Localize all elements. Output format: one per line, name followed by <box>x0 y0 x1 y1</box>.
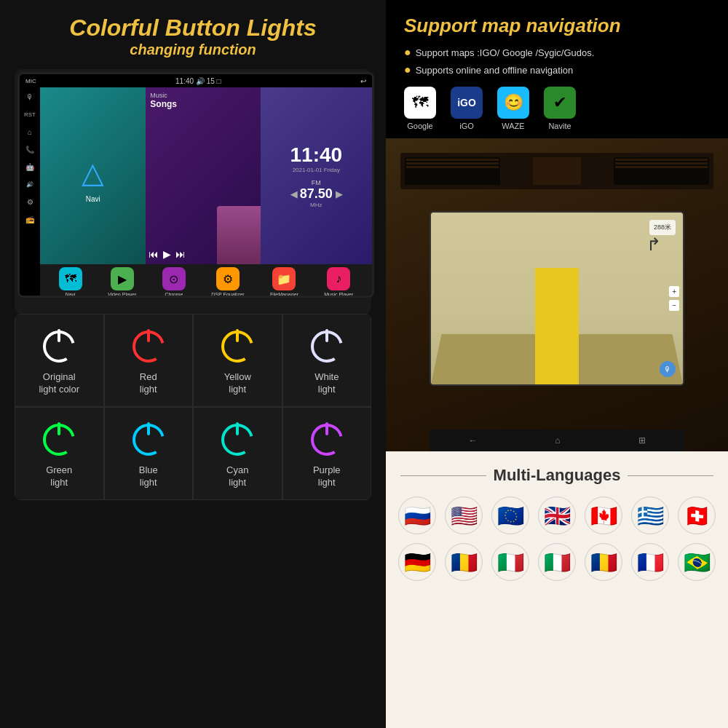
flag-ru: 🇷🇺 <box>398 496 436 534</box>
car-dashboard-bg: 288米 ↱ + − 🎙 ← ⌂ ⊞ <box>386 138 728 451</box>
languages-section: Multi-Languages 🇷🇺 🇺🇸 🇪🇺 🇬🇧 🇨🇦 🇬🇷 🇨🇭 🇩🇪 … <box>386 451 728 728</box>
app-music[interactable]: ♪ Music Player <box>324 267 353 297</box>
app-chrome[interactable]: ⊙ Chrome <box>162 267 186 297</box>
light-btn-green[interactable]: Greenlight <box>15 407 104 500</box>
music-widget: Music Songs ⏮ ▶ ⏭ <box>146 87 260 264</box>
navite-label: Navite <box>548 122 571 130</box>
music-controls: ⏮ ▶ ⏭ <box>149 248 186 260</box>
flag-eu: 🇪🇺 <box>491 496 529 534</box>
flags-row-2: 🇩🇪 🇷🇴 🇮🇹 🇮🇹 🇷🇴 🇫🇷 🇧🇷 <box>398 543 716 581</box>
radio-sidebar: 🎙 RST ⌂ 📞 🤖 🔊 ⚙ 📻 <box>20 87 40 298</box>
light-btn-purple[interactable]: Purplelight <box>282 407 372 500</box>
app-music-icon: ♪ <box>327 267 350 290</box>
sidebar-settings-icon[interactable]: ⚙ <box>23 195 36 208</box>
map-controls: + − <box>669 286 679 311</box>
play-icon[interactable]: ▶ <box>163 248 171 260</box>
fm-frequency: 87.50 <box>300 186 333 202</box>
power-icon-cyan <box>218 421 256 459</box>
vent-center-control <box>533 157 580 185</box>
map-zoom-out[interactable]: − <box>669 300 679 311</box>
flag-ca: 🇨🇦 <box>585 496 622 534</box>
music-label: Music <box>150 92 167 99</box>
nav-app-navite[interactable]: ✔ Navite <box>544 87 576 130</box>
vent-line2 <box>615 166 708 168</box>
light-label-blue: Bluelight <box>139 464 158 489</box>
power-icon-red <box>130 328 167 365</box>
in-car-screen: 288米 ↱ + − 🎙 <box>430 211 684 386</box>
radio-outer: MIC 11:40 🔊 15 □ ↩ 🎙 RST ⌂ 📞 🤖 🔊 ⚙ 📻 <box>15 69 371 314</box>
power-icon-green <box>40 421 78 459</box>
vent-line <box>406 162 499 165</box>
igo-label: iGO <box>459 122 474 130</box>
status-right: ↩ <box>360 77 366 85</box>
nav-bullet-2-text: Supports online and offline navigation <box>416 65 574 76</box>
flag-ro2: 🇷🇴 <box>585 543 622 581</box>
map-info-box: 288米 <box>649 220 676 235</box>
sidebar-android-icon[interactable]: 🤖 <box>23 160 36 173</box>
nav-section-title: Support map navigation <box>404 15 710 37</box>
radio-main: 🎙 RST ⌂ 📞 🤖 🔊 ⚙ 📻 △ Navi <box>20 87 372 298</box>
title-section: Colorful Button Lights changing function <box>15 15 371 58</box>
nav-app-waze[interactable]: 😊 WAZE <box>497 87 529 130</box>
sidebar-phone-icon[interactable]: 📞 <box>23 143 36 156</box>
light-btn-yellow[interactable]: Yellowlight <box>193 314 282 407</box>
vent-1 <box>405 157 500 185</box>
prev-icon[interactable]: ⏮ <box>149 248 159 260</box>
map-zoom-in[interactable]: + <box>669 286 679 297</box>
cs-home[interactable]: ⌂ <box>555 435 560 446</box>
app-music-label: Music Player <box>324 292 353 297</box>
app-video[interactable]: ▶ Video Player <box>108 267 137 297</box>
fm-right-arrow[interactable]: ▶ <box>336 189 342 199</box>
app-file-icon: 📁 <box>272 267 296 290</box>
fm-freq-row: ◀ 87.50 ▶ <box>290 186 342 202</box>
flag-it2: 🇮🇹 <box>538 543 576 581</box>
lights-section: Originallight color Redlight Yellowlight… <box>15 314 371 500</box>
flag-de: 🇩🇪 <box>398 543 436 581</box>
sidebar-home-icon[interactable]: ⌂ <box>23 125 36 138</box>
light-label-red: Redlight <box>140 371 157 396</box>
app-filemanager[interactable]: 📁 FileManager <box>270 267 298 297</box>
music-title: Songs <box>150 99 177 109</box>
right-panel: 288米 ↱ + − 🎙 ← ⌂ ⊞ Support map navigatio… <box>386 0 728 728</box>
sidebar-vol-icon[interactable]: 🔊 <box>23 178 36 191</box>
light-label-green: Greenlight <box>46 464 72 489</box>
waze-label: WAZE <box>502 122 524 130</box>
vent-line2 <box>615 162 708 165</box>
cs-back[interactable]: ← <box>468 435 477 446</box>
app-navi-icon: 🗺 <box>59 267 82 290</box>
navi-label: Navi <box>86 195 100 203</box>
lang-title-row: Multi-Languages <box>400 466 713 485</box>
light-btn-white[interactable]: Whitelight <box>282 314 372 407</box>
light-btn-blue[interactable]: Bluelight <box>104 407 194 500</box>
nav-bullet-2: ● Supports online and offline navigation <box>404 63 710 76</box>
fm-section: FM ◀ 87.50 ▶ MHz <box>290 179 342 208</box>
light-label-original: Originallight color <box>39 371 79 396</box>
cs-apps[interactable]: ⊞ <box>638 435 646 446</box>
nav-app-igo[interactable]: iGO iGO <box>451 87 483 130</box>
fm-left-arrow[interactable]: ◀ <box>290 189 297 199</box>
igo-icon: iGO <box>451 87 483 119</box>
nav-bullet-1-text: Support maps :IGO/ Google /Sygic/Gudos. <box>416 47 595 58</box>
vent-2 <box>614 157 709 185</box>
vent-line <box>406 166 499 168</box>
next-icon[interactable]: ⏭ <box>175 248 186 260</box>
igo-text: iGO <box>457 97 476 108</box>
light-btn-original[interactable]: Originallight color <box>15 314 104 407</box>
sidebar-radio-icon[interactable]: 📻 <box>23 213 36 226</box>
light-btn-red[interactable]: Redlight <box>104 314 194 407</box>
map-mic-btn[interactable]: 🎙 <box>660 361 676 377</box>
bullet-dot-1: ● <box>404 46 411 59</box>
google-icon: 🗺 <box>404 87 436 119</box>
nav-app-google[interactable]: 🗺 Google <box>404 87 436 130</box>
app-dsp[interactable]: ⚙ DSP Equalizer <box>211 267 244 297</box>
flag-fr: 🇫🇷 <box>631 543 669 581</box>
light-label-yellow: Yellowlight <box>224 371 251 396</box>
waze-icon: 😊 <box>497 87 529 119</box>
light-label-white: Whitelight <box>314 371 339 396</box>
map-display: 288米 ↱ + − 🎙 <box>431 213 683 384</box>
light-btn-cyan[interactable]: Cyanlight <box>193 407 282 500</box>
vent-spacer2 <box>583 157 612 185</box>
vent-line <box>406 159 499 161</box>
app-navi[interactable]: 🗺 Navi <box>59 267 82 297</box>
radio-content: △ Navi Music Songs ⏮ ▶ ⏭ <box>40 87 372 298</box>
